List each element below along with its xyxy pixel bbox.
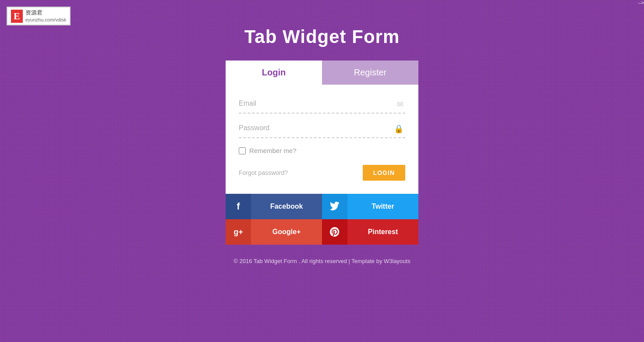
comment-tag: --> (638, 0, 644, 5)
action-row: Forgot password? LOGIN (239, 165, 405, 181)
googleplus-button[interactable]: g+ Google+ (226, 219, 322, 245)
tabs: Login Register (226, 61, 418, 85)
facebook-label: Facebook (251, 203, 322, 210)
pinterest-icon (322, 219, 347, 245)
watermark: E 资源君 eyunzhu.com/vdisk (7, 7, 71, 25)
facebook-button[interactable]: f Facebook (226, 194, 322, 219)
pinterest-button[interactable]: Pinterest (322, 219, 418, 245)
lock-icon: 🔒 (394, 124, 403, 134)
form-body: ✉ 🔒 Remember me? Forgot password? LOGIN (226, 85, 418, 194)
tab-login[interactable]: Login (226, 61, 322, 85)
login-button[interactable]: LOGIN (363, 165, 405, 181)
twitter-label: Twitter (347, 203, 418, 210)
email-input[interactable] (239, 98, 405, 109)
password-input[interactable] (239, 122, 405, 134)
email-icon: ✉ (397, 100, 403, 109)
watermark-e-letter: E (11, 10, 23, 23)
watermark-text: 资源君 eyunzhu.com/vdisk (25, 9, 67, 23)
pinterest-label: Pinterest (347, 228, 418, 236)
email-input-group: ✉ (239, 98, 405, 114)
googleplus-icon: g+ (226, 219, 251, 245)
facebook-icon: f (226, 194, 251, 219)
twitter-button[interactable]: Twitter (322, 194, 418, 219)
page-title: Tab Widget Form (0, 0, 644, 61)
card-container: Login Register ✉ 🔒 Remember me? Forgot p… (226, 61, 418, 245)
footer: © 2016 Tab Widget Form . All rights rese… (0, 258, 644, 273)
remember-checkbox[interactable] (239, 147, 246, 154)
forgot-password-link[interactable]: Forgot password? (239, 169, 288, 176)
remember-row: Remember me? (239, 147, 405, 154)
twitter-icon (322, 194, 347, 219)
googleplus-label: Google+ (251, 228, 322, 236)
watermark-line2: eyunzhu.com/vdisk (25, 17, 67, 23)
watermark-line1: 资源君 (25, 9, 67, 17)
password-input-group: 🔒 (239, 122, 405, 138)
tab-register[interactable]: Register (322, 61, 418, 85)
remember-label[interactable]: Remember me? (249, 147, 297, 154)
social-buttons: f Facebook Twitter g+ Google+ Pinterest (226, 194, 418, 245)
